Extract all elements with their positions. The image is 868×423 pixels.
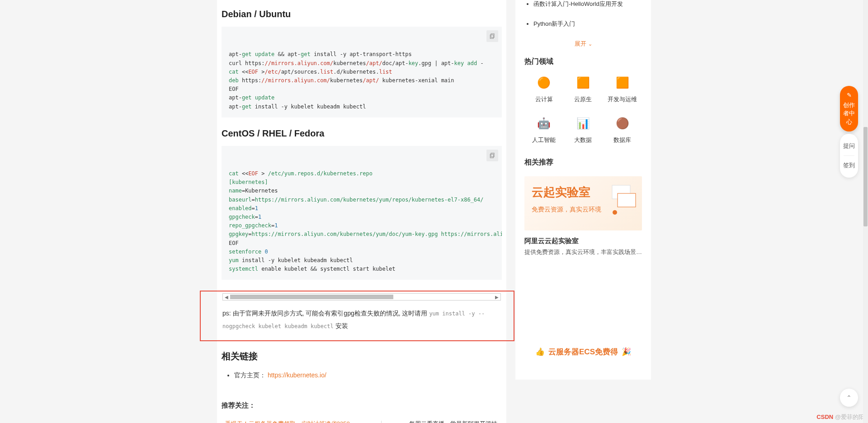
recommended-link-2[interactable]: 每周二看直播，学最新阿里开源技术 (409, 420, 502, 423)
rec-bullet: · (222, 420, 223, 423)
domain-label: 开发与运维 (603, 95, 642, 103)
domain-database[interactable]: 🟤 数据库 (603, 116, 642, 144)
code-line: baseurl=https://mirrors.aliyun.com/kuber… (229, 197, 484, 203)
svg-rect-0 (491, 34, 494, 38)
divider (844, 155, 854, 156)
code-line: gpgkey=https://mirrors.aliyun.com/kubern… (229, 231, 502, 237)
side-action-stack: 提问 签到 (840, 134, 858, 178)
domain-label: 人工智能 (524, 136, 564, 144)
section-title-debian: Debian / Ubuntu (217, 9, 506, 19)
svg-rect-5 (618, 193, 636, 207)
svg-rect-2 (491, 153, 494, 156)
code-line: deb https://mirrors.aliyun.com/kubernete… (229, 77, 454, 84)
code-block-debian: apt-get update && apt-get install -y apt… (222, 27, 502, 118)
cloud-icon: 🟠 (536, 75, 552, 90)
domain-cloud-native[interactable]: 🟧 云原生 (564, 75, 603, 103)
code-line: apt-get update (229, 94, 274, 101)
devops-icon: 🟧 (614, 75, 631, 90)
related-link-item: 官方主页： https://kubernetes.io/ (234, 371, 502, 380)
expand-label: 展开 (575, 40, 586, 47)
svg-rect-1 (490, 35, 493, 38)
expand-button[interactable]: 展开⌄ (524, 40, 642, 48)
recommended-link-1[interactable]: 手慢无！云服务器免费领取，实时计算净省3258元 (222, 420, 350, 423)
ecs-banner[interactable]: 👍 云服务器ECS免费得 🎉 (524, 347, 642, 366)
code-line: EOF (229, 240, 239, 246)
domain-bigdata[interactable]: 📊 大数据 (564, 116, 603, 144)
scroll-to-top-button[interactable]: ⌃ (840, 389, 858, 407)
domain-devops[interactable]: 🟧 开发与运维 (603, 75, 642, 103)
ai-icon: 🤖 (536, 116, 552, 131)
code-line: apt-get update && apt-get install -y apt… (229, 51, 412, 57)
domain-ai[interactable]: 🤖 人工智能 (524, 116, 564, 144)
creator-center-button[interactable]: ✎ 创作者中心 (840, 86, 858, 132)
svg-point-6 (613, 210, 617, 215)
related-rec-heading: 相关推荐 (524, 158, 642, 167)
code-line: repo_gpgcheck=1 (229, 222, 278, 229)
ps-prefix: ps: 由于官网未开放同步方式, 可能会有索引gpg检查失败的情况, 这时请用 (222, 310, 429, 317)
related-links-section: 相关链接 官方主页： https://kubernetes.io/ (217, 350, 506, 380)
hot-domains-heading: 热门领域 (524, 57, 642, 66)
section-title-centos: CentOS / RHEL / Fedora (217, 128, 506, 139)
sidebar: 函数计算入门-HelloWorld应用开发 Python新手入门 展开⌄ 热门领… (515, 0, 651, 380)
ecs-icon-left: 👍 (535, 347, 545, 357)
article-main: Debian / Ubuntu apt-get update && apt-ge… (217, 0, 506, 423)
domain-label: 数据库 (603, 136, 642, 144)
ps-note: ps: 由于官网未开放同步方式, 可能会有索引gpg检查失败的情况, 这时请用 … (218, 307, 505, 332)
horizontal-scrollbar[interactable]: ◀ ▶ (222, 293, 501, 301)
code-line: systemctl enable kubelet && systemctl st… (229, 266, 395, 272)
domain-label: 大数据 (564, 136, 603, 144)
ecs-icon-right: 🎉 (622, 347, 631, 357)
code-line: enabled=1 (229, 205, 258, 212)
bigdata-icon: 📊 (575, 116, 591, 131)
code-line: cat <<EOF > /etc/yum.repos.d/kubernetes.… (229, 170, 373, 177)
code-line: cat <<EOF >/etc/apt/sources.list.d/kuber… (229, 69, 392, 75)
scroll-left-icon[interactable]: ◀ (223, 295, 230, 300)
copy-icon[interactable] (486, 150, 498, 161)
ps-suffix: 安装 (334, 322, 348, 329)
code-line: yum install -y kubelet kubeadm kubectl (229, 257, 353, 263)
banner-decoration-icon (609, 183, 637, 219)
svg-rect-3 (490, 154, 493, 158)
rec-subtext: 提供免费资源，真实云环境，丰富实践场景，... (524, 248, 642, 256)
scroll-right-icon[interactable]: ▶ (493, 295, 500, 300)
native-icon: 🟧 (575, 75, 591, 90)
signin-button[interactable]: 签到 (840, 157, 858, 174)
scroll-thumb[interactable] (230, 295, 393, 299)
highlight-box: ◀ ▶ ps: 由于官网未开放同步方式, 可能会有索引gpg检查失败的情况, 这… (200, 291, 514, 341)
database-icon: 🟤 (614, 116, 631, 131)
link-label: 官方主页： (234, 371, 266, 379)
code-line: gpgcheck=1 (229, 214, 261, 220)
recommended-heading: 推荐关注： (222, 401, 502, 410)
vertical-scrollbar[interactable] (863, 0, 868, 423)
scroll-track[interactable] (230, 295, 493, 299)
pen-icon: ✎ (841, 91, 857, 99)
ask-button[interactable]: 提问 (840, 137, 858, 155)
vertical-scroll-thumb[interactable] (863, 127, 868, 226)
related-links-heading: 相关链接 (222, 350, 502, 362)
sidebar-recent-item[interactable]: Python新手入门 (533, 20, 642, 28)
ecs-banner-text: 云服务器ECS免费得 (548, 347, 618, 357)
code-line: curl https://mirrors.aliyun.com/kubernet… (229, 60, 484, 66)
code-line: [kubernetes] (229, 179, 268, 185)
copy-icon[interactable] (486, 30, 498, 42)
separator: | (381, 420, 382, 423)
lab-banner[interactable]: 云起实验室 免费云资源，真实云环境 (524, 176, 642, 230)
rec-caption: 阿里云云起实验室 (524, 237, 642, 245)
code-line: EOF (229, 86, 239, 92)
official-link[interactable]: https://kubernetes.io/ (268, 371, 326, 379)
domain-grid: 🟠 云计算 🟧 云原生 🟧 开发与运维 🤖 人工智能 📊 大数据 🟤 数 (524, 75, 642, 144)
chevron-down-icon: ⌄ (588, 41, 592, 47)
creator-label: 创作者中心 (843, 102, 855, 125)
code-line: apt-get install -y kubelet kubeadm kubec… (229, 103, 366, 110)
chevron-up-icon: ⌃ (846, 394, 852, 401)
code-line: setenforce 0 (229, 249, 268, 255)
code-line: name=Kubernetes (229, 188, 278, 194)
domain-cloud-computing[interactable]: 🟠 云计算 (524, 75, 564, 103)
domain-label: 云计算 (524, 95, 564, 103)
recommended-links: · 手慢无！云服务器免费领取，实时计算净省3258元 | 每周二看直播，学最新阿… (217, 420, 506, 423)
domain-label: 云原生 (564, 95, 603, 103)
sidebar-recent-item[interactable]: 函数计算入门-HelloWorld应用开发 (533, 0, 642, 8)
code-block-centos: cat <<EOF > /etc/yum.repos.d/kubernetes.… (222, 146, 502, 280)
